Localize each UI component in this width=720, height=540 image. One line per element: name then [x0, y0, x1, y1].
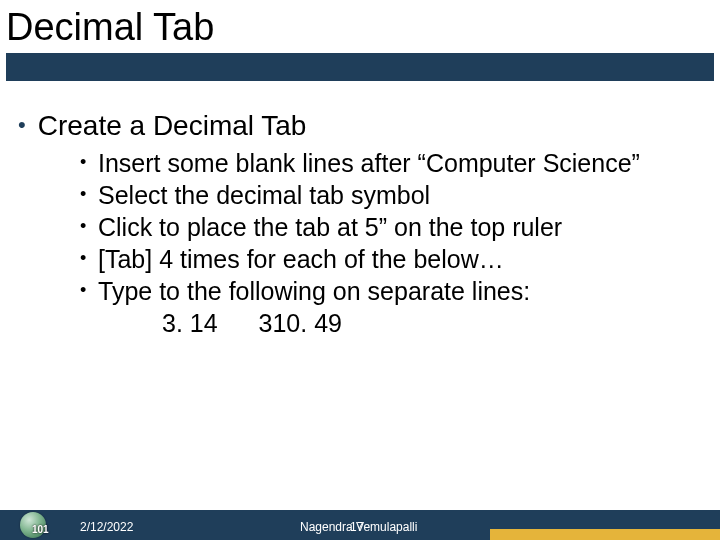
bullet-icon: • [80, 275, 98, 305]
list-item: • Type to the following on separate line… [80, 275, 702, 307]
footer: 101 2/12/2022 Nagendra Vemulapalli 17 [0, 506, 720, 540]
list-text: Type to the following on separate lines: [98, 275, 530, 307]
bullet-icon: • [80, 147, 98, 177]
logo-text: 101 [32, 524, 49, 535]
footer-page-number: 17 [350, 520, 363, 534]
bullet-icon: • [18, 109, 26, 141]
number-b: 310. 49 [259, 307, 342, 339]
heading-text: Create a Decimal Tab [38, 109, 307, 143]
example-numbers: 3. 14 310. 49 [162, 307, 702, 339]
list-text: Click to place the tab at 5” on the top … [98, 211, 562, 243]
title-separator-bar [6, 53, 714, 81]
title-area: Decimal Tab [0, 0, 720, 81]
bullet-level1: • Create a Decimal Tab [18, 109, 702, 143]
content-area: • Create a Decimal Tab • Insert some bla… [0, 81, 720, 339]
list-item: • Click to place the tab at 5” on the to… [80, 211, 702, 243]
list-text: [Tab] 4 times for each of the below… [98, 243, 504, 275]
bullet-icon: • [80, 243, 98, 273]
list-text: Select the decimal tab symbol [98, 179, 430, 211]
footer-accent-bar [490, 529, 720, 540]
number-a: 3. 14 [162, 307, 218, 339]
slide-title: Decimal Tab [6, 6, 714, 53]
bullet-icon: • [80, 211, 98, 241]
list-item: • Insert some blank lines after “Compute… [80, 147, 702, 179]
footer-date: 2/12/2022 [80, 520, 133, 534]
bullet-icon: • [80, 179, 98, 209]
list-item: • [Tab] 4 times for each of the below… [80, 243, 702, 275]
bullet-level2-group: • Insert some blank lines after “Compute… [80, 147, 702, 339]
slide: Decimal Tab • Create a Decimal Tab • Ins… [0, 0, 720, 540]
list-item: • Select the decimal tab symbol [80, 179, 702, 211]
footer-logo: 101 [20, 510, 50, 538]
list-text: Insert some blank lines after “Computer … [98, 147, 640, 179]
